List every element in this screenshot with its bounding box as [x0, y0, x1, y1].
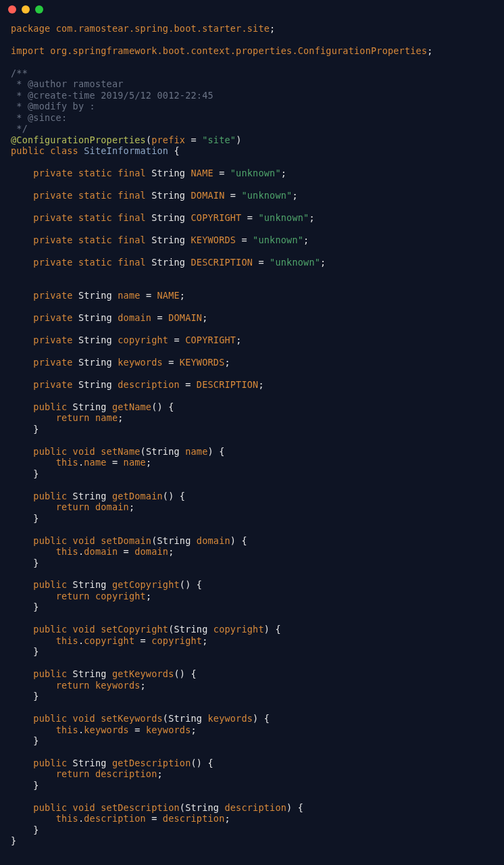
field-mods: private — [33, 290, 72, 301]
keyword-package: package — [11, 23, 50, 34]
method-mod: public — [33, 535, 67, 546]
return-type: String — [73, 491, 107, 501]
field-mods: private static final — [33, 257, 146, 268]
javadoc: * @since: — [11, 112, 67, 123]
type: String — [151, 234, 185, 245]
type: String — [151, 168, 185, 178]
field-mods: private static final — [33, 168, 146, 178]
return-type: String — [73, 758, 107, 768]
close-icon[interactable] — [8, 5, 16, 14]
field-mods: private static final — [33, 190, 146, 201]
method-name: setDomain — [101, 535, 151, 546]
keyword-return: return — [56, 591, 90, 601]
field-init: KEYWORDS — [180, 357, 225, 368]
javadoc: * @create-time 2019/5/12 0012-22:45 — [11, 90, 213, 101]
keyword-return: return — [56, 501, 90, 512]
field-name: domain — [118, 312, 151, 323]
javadoc: */ — [11, 123, 28, 134]
method-mod: public — [33, 491, 67, 501]
field-init: DESCRIPTION — [197, 379, 259, 390]
const-name: DESCRIPTION — [191, 257, 253, 268]
string-literal: "unknown" — [241, 190, 292, 201]
method-name: getName — [112, 401, 151, 412]
type: String — [151, 190, 185, 201]
method-mod: public — [33, 758, 67, 768]
maximize-icon[interactable] — [35, 5, 43, 14]
type: String — [78, 335, 112, 345]
identifier: domain — [95, 501, 129, 512]
type: String — [78, 290, 112, 301]
return-type: String — [73, 668, 107, 679]
class-name: SiteInformation — [84, 145, 168, 156]
javadoc: /** — [11, 68, 28, 78]
return-type: void — [73, 624, 95, 635]
field-init: COPYRIGHT — [185, 335, 236, 345]
identifier: keywords — [95, 680, 141, 691]
method-mod: public — [33, 713, 67, 724]
field-mods: private static final — [33, 234, 146, 245]
identifier: description — [95, 768, 157, 779]
type: String — [151, 212, 185, 223]
javadoc: * @modify by : — [11, 101, 95, 112]
return-type: String — [73, 401, 107, 412]
field-init: NAME — [157, 290, 180, 301]
method-mod: public — [33, 624, 67, 635]
identifier: name — [95, 412, 118, 423]
window-titlebar — [0, 0, 504, 19]
identifier: copyright — [95, 591, 146, 601]
method-name: getCopyright — [112, 579, 180, 590]
code-editor[interactable]: package com.ramostear.spring.boot.starte… — [0, 19, 504, 858]
type: String — [151, 257, 185, 268]
method-name: getKeywords — [112, 668, 174, 679]
import-path: org.springframework.boot.context.propert… — [50, 45, 427, 56]
method-mod: public — [33, 401, 67, 412]
type: String — [78, 357, 112, 368]
field-name: description — [118, 379, 180, 390]
method-name: getDomain — [112, 491, 163, 501]
method-name: setName — [101, 446, 140, 457]
minimize-icon[interactable] — [22, 5, 30, 14]
keyword-return: return — [56, 768, 90, 779]
field-init: DOMAIN — [168, 312, 202, 323]
return-type: void — [73, 802, 95, 813]
method-mod: public — [33, 668, 67, 679]
field-mods: private static final — [33, 212, 146, 223]
method-name: setDescription — [101, 802, 180, 813]
field-name: name — [118, 290, 140, 301]
return-type: String — [73, 579, 107, 590]
annotation: @ConfigurationProperties — [11, 134, 146, 145]
return-type: void — [73, 446, 95, 457]
package-path: com.ramostear.spring.boot.starter.site — [56, 23, 270, 34]
field-name: keywords — [118, 357, 163, 368]
method-name: setCopyright — [101, 624, 168, 635]
field-mods: private — [33, 312, 72, 323]
const-name: NAME — [191, 168, 213, 178]
keyword-return: return — [56, 412, 90, 423]
method-name: getDescription — [112, 758, 191, 768]
javadoc: * @author ramostear — [11, 78, 124, 89]
method-mod: public — [33, 446, 67, 457]
annotation-param: prefix — [151, 134, 185, 145]
class-modifiers: public class — [11, 145, 78, 156]
field-mods: private — [33, 379, 72, 390]
string-literal: "unknown" — [230, 168, 281, 178]
method-mod: public — [33, 579, 67, 590]
method-mod: public — [33, 802, 67, 813]
type: String — [78, 379, 112, 390]
type: String — [78, 312, 112, 323]
string-literal: "unknown" — [253, 234, 303, 245]
string-literal: "unknown" — [258, 212, 309, 223]
const-name: KEYWORDS — [191, 234, 236, 245]
keyword-return: return — [56, 680, 90, 691]
field-mods: private — [33, 357, 72, 368]
return-type: void — [73, 535, 95, 546]
return-type: void — [73, 713, 95, 724]
method-name: setKeywords — [101, 713, 163, 724]
const-name: COPYRIGHT — [191, 212, 242, 223]
field-mods: private — [33, 335, 72, 345]
const-name: DOMAIN — [191, 190, 225, 201]
string-literal: "unknown" — [270, 257, 320, 268]
annotation-value: "site" — [202, 134, 236, 145]
keyword-import: import — [11, 45, 45, 56]
field-name: copyright — [118, 335, 168, 345]
